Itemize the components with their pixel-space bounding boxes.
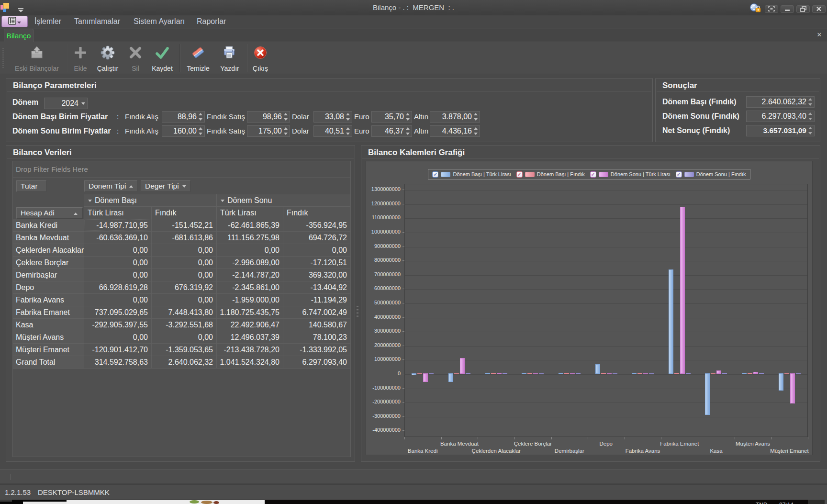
spin-buttons[interactable] <box>473 112 479 122</box>
pivot-cell[interactable]: -13.404,92 <box>283 281 351 294</box>
pivot-cell[interactable]: 694.726,72 <box>283 232 351 244</box>
spin-up-icon[interactable] <box>474 127 478 130</box>
bar-s2-c2[interactable] <box>497 373 502 374</box>
spin-down-icon[interactable] <box>474 133 478 135</box>
spin-buttons[interactable] <box>283 112 289 122</box>
pivot-field-donem-tipi[interactable]: Donem Tipi <box>84 180 137 192</box>
bar-s1-c2[interactable] <box>491 373 496 374</box>
spin-up-icon[interactable] <box>406 113 410 115</box>
bar-s1-c4[interactable] <box>564 373 569 374</box>
pivot-cell[interactable]: 369.320,00 <box>283 269 351 281</box>
toolbar-button-çalıştır[interactable]: Çalıştır <box>92 44 123 72</box>
toolbar-grip[interactable] <box>2 48 4 68</box>
close-button[interactable] <box>812 5 826 13</box>
spin-buttons[interactable] <box>283 126 289 136</box>
bar-s3-c3[interactable] <box>539 373 544 374</box>
toolbar-button-sil[interactable]: Sil <box>120 44 151 72</box>
pivot-cell[interactable]: 0,00 <box>84 269 152 281</box>
pivot-cell[interactable]: -1.959.000,00 <box>217 294 283 306</box>
pivot-cell[interactable]: -2.996.089,00 <box>217 257 283 269</box>
pivot-column-group-0[interactable]: Dönem Başı <box>84 194 217 207</box>
spin-buttons[interactable] <box>807 111 813 122</box>
bar-s3-c0[interactable] <box>429 373 434 374</box>
restore-button[interactable] <box>796 5 810 13</box>
pivot-cell[interactable]: 0,00 <box>152 244 217 257</box>
pivot-cell[interactable]: 0,00 <box>152 331 217 344</box>
bottom-bar-grip[interactable] <box>10 474 11 480</box>
bar-s3-c10[interactable] <box>796 373 801 374</box>
pivot-column-group-1[interactable]: Dönem Sonu <box>217 194 351 207</box>
pivot-cell[interactable]: 676.319,92 <box>152 281 217 294</box>
price-field-1-row1[interactable]: 175,00 <box>247 125 290 137</box>
spin-down-icon[interactable] <box>284 118 288 121</box>
pivot-cell[interactable]: 0,00 <box>84 257 152 269</box>
bar-s2-c0[interactable] <box>423 373 428 382</box>
collapse-icon[interactable] <box>88 200 92 202</box>
bar-s2-c10[interactable] <box>790 373 795 403</box>
toolbar-button-yazdır[interactable]: Yazdır <box>214 44 245 72</box>
menu-item-i̇şlemler[interactable]: İşlemler <box>34 15 62 28</box>
spin-down-icon[interactable] <box>474 118 478 121</box>
pivot-row-header[interactable]: Demirbaşlar <box>13 269 84 281</box>
pivot-cell[interactable]: 0,00 <box>152 294 217 306</box>
pivot-field-tutar[interactable]: Tutar <box>16 180 46 192</box>
bar-s3-c2[interactable] <box>503 373 507 374</box>
spin-down-icon[interactable] <box>406 118 410 121</box>
price-field-4-row0[interactable]: 3.878,00 <box>430 111 480 123</box>
pivot-cell[interactable]: 0,00 <box>217 244 283 257</box>
bar-s0-c7[interactable] <box>669 269 673 374</box>
spin-up-icon[interactable] <box>199 113 202 115</box>
result-field-1[interactable]: 6.297.093,40 <box>746 111 815 122</box>
pivot-cell[interactable]: -120.901.412,70 <box>84 344 152 356</box>
pivot-cell[interactable]: 22.492.906,47 <box>217 319 283 331</box>
spin-down-icon[interactable] <box>199 118 202 121</box>
minimize-button[interactable] <box>781 5 794 13</box>
price-field-0-row1[interactable]: 160,00 <box>162 125 205 137</box>
spin-buttons[interactable] <box>473 126 479 136</box>
spin-buttons[interactable] <box>198 126 203 136</box>
bar-s1-c6[interactable] <box>637 373 642 374</box>
pivot-cell[interactable]: 140.580,67 <box>283 319 351 331</box>
pivot-column-header-0[interactable]: Türk Lirası <box>84 207 152 219</box>
bar-s2-c5[interactable] <box>607 373 612 374</box>
bar-s1-c5[interactable] <box>601 373 606 374</box>
spin-buttons[interactable] <box>198 112 203 122</box>
pivot-row-header[interactable]: Grand Total <box>13 356 84 369</box>
pivot-row-header[interactable]: Fabrika Emanet <box>13 306 84 319</box>
pivot-field-deger-tipi[interactable]: Deger Tipi <box>141 180 190 192</box>
pivot-row-header[interactable]: Çeklere Borçlar <box>13 257 84 269</box>
pivot-field-hesap-adi[interactable]: Hesap Adi <box>16 207 83 219</box>
menu-item-sistem-ayarları[interactable]: Sistem Ayarları <box>133 15 186 28</box>
legend-checkbox[interactable]: ✓ <box>590 171 596 178</box>
pivot-cell[interactable]: -1.333.992,05 <box>283 344 351 356</box>
pivot-cell[interactable]: -62.461.865,39 <box>217 219 283 232</box>
pivot-cell[interactable]: 6.297.093,40 <box>283 356 351 369</box>
bar-s0-c4[interactable] <box>559 373 563 374</box>
spin-down-icon[interactable] <box>346 118 350 121</box>
price-field-2-row1[interactable]: 40,51 <box>313 125 352 137</box>
pivot-cell[interactable]: -14.987.710,95 <box>84 219 152 232</box>
bar-s2-c4[interactable] <box>570 373 575 374</box>
pivot-cell[interactable]: -292.905.397,55 <box>84 319 152 331</box>
menu-item-raporlar[interactable]: Raporlar <box>196 15 227 28</box>
pivot-cell[interactable]: 2.640.062,32 <box>152 356 217 369</box>
menu-item-tanımlamalar[interactable]: Tanımlamalar <box>73 15 121 28</box>
pivot-cell[interactable]: -151.452,21 <box>152 219 217 232</box>
pivot-cell[interactable]: 0,00 <box>152 269 217 281</box>
bar-s2-c3[interactable] <box>533 373 538 374</box>
pivot-cell[interactable]: -356.924,95 <box>283 219 351 232</box>
pivot-column-header-2[interactable]: Türk Lirası <box>217 207 283 219</box>
pivot-cell[interactable]: -3.292.551,68 <box>152 319 217 331</box>
pivot-row-header[interactable]: Müşteri Emanet <box>13 344 84 356</box>
spin-buttons[interactable] <box>345 126 351 136</box>
spin-up-icon[interactable] <box>406 127 410 130</box>
price-field-4-row1[interactable]: 4.436,16 <box>430 125 480 137</box>
spin-up-icon[interactable] <box>346 127 350 130</box>
bar-s0-c10[interactable] <box>779 373 783 391</box>
pivot-row-header[interactable]: Çeklerden Alacaklar <box>13 244 84 257</box>
spin-up-icon[interactable] <box>474 113 478 115</box>
spin-up-icon[interactable] <box>808 112 812 115</box>
pivot-cell[interactable]: 314.592.758,63 <box>84 356 152 369</box>
pivot-filter-area[interactable]: Drop Filter Fields Here <box>13 161 350 178</box>
spin-down-icon[interactable] <box>808 118 812 120</box>
